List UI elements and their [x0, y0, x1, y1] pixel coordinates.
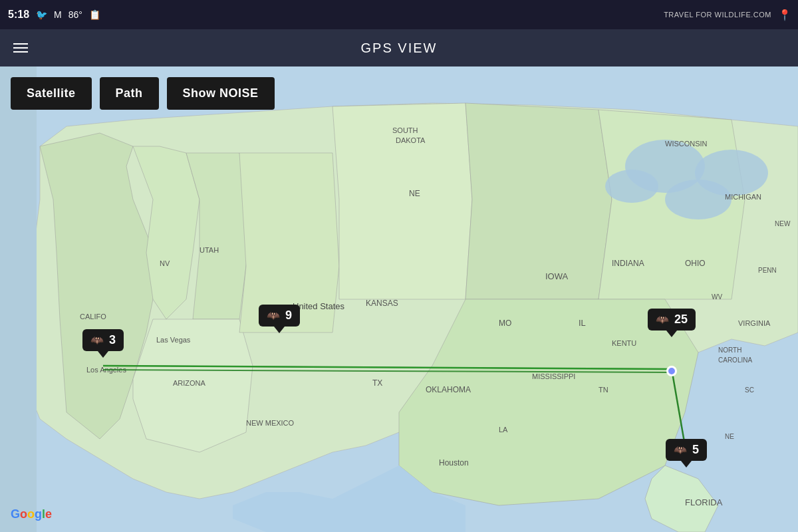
google-o2: o	[27, 507, 35, 521]
svg-text:TX: TX	[372, 378, 382, 388]
twitter-icon: 🐦	[36, 9, 47, 20]
hamburger-line-1	[13, 43, 28, 45]
svg-rect-5	[0, 66, 37, 532]
svg-text:IL: IL	[579, 318, 586, 328]
svg-text:NEW MEXICO: NEW MEXICO	[246, 419, 295, 427]
google-o1: o	[20, 507, 27, 521]
svg-text:CALIFO: CALIFO	[80, 313, 106, 321]
bat-icon-9: 🦇	[267, 309, 280, 322]
svg-text:Houston: Houston	[439, 458, 469, 467]
bat-marker-5[interactable]: 🦇 5	[666, 439, 707, 461]
svg-text:KANSAS: KANSAS	[366, 299, 398, 308]
status-left: 5:18 🐦 M 86° 📋	[8, 9, 100, 21]
show-noise-button[interactable]: Show NOISE	[167, 77, 275, 110]
status-time: 5:18	[8, 9, 29, 21]
bat-count-25: 25	[674, 313, 688, 327]
svg-text:SC: SC	[745, 386, 754, 394]
bat-marker-3[interactable]: 🦇 3	[82, 329, 124, 351]
svg-text:NE: NE	[725, 433, 734, 440]
bat-count-3: 3	[109, 333, 116, 347]
svg-text:FLORIDA: FLORIDA	[685, 497, 723, 507]
google-g: G	[11, 507, 20, 521]
svg-text:OHIO: OHIO	[685, 259, 706, 268]
svg-text:Las Vegas: Las Vegas	[156, 336, 191, 344]
app-title: GPS VIEW	[361, 41, 438, 56]
svg-text:NE: NE	[409, 189, 420, 198]
svg-text:UTAH: UTAH	[200, 246, 219, 254]
status-bar: 5:18 🐦 M 86° 📋 TRAVEL FOR WILDLIFE.COM 📍	[0, 0, 798, 29]
bat-count-9: 9	[285, 309, 292, 323]
svg-text:NEW: NEW	[775, 220, 791, 227]
svg-text:KENTU: KENTU	[612, 339, 636, 347]
bat-icon-3: 🦇	[90, 334, 104, 346]
svg-text:Los Angeles: Los Angeles	[86, 366, 126, 374]
watermark-text: TRAVEL FOR WILDLIFE.COM	[664, 11, 771, 19]
google-g2: g	[35, 507, 42, 521]
svg-text:CAROLINA: CAROLINA	[718, 356, 752, 364]
svg-text:United States: United States	[293, 301, 345, 311]
hamburger-menu[interactable]	[13, 43, 28, 53]
current-location-dot	[666, 366, 677, 376]
gmail-icon: M	[54, 9, 62, 20]
svg-point-3	[605, 170, 658, 203]
bat-marker-25[interactable]: 🦇 25	[648, 309, 696, 331]
bat-icon-25: 🦇	[656, 313, 669, 326]
hamburger-line-3	[13, 51, 28, 53]
location-status-icon: 📍	[778, 9, 791, 21]
path-button[interactable]: Path	[100, 77, 159, 110]
svg-text:MICHIGAN: MICHIGAN	[725, 193, 761, 201]
temperature: 86°	[68, 9, 82, 20]
svg-text:IOWA: IOWA	[545, 271, 569, 281]
map-background: CALIFO NV UTAH ARIZONA NEW MEXICO NE TX …	[0, 66, 798, 532]
svg-text:MO: MO	[499, 319, 511, 328]
map-controls: Satellite Path Show NOISE	[11, 77, 275, 110]
map-container[interactable]: CALIFO NV UTAH ARIZONA NEW MEXICO NE TX …	[0, 66, 798, 532]
bat-icon-5: 🦇	[674, 444, 687, 456]
app-bar: GPS VIEW	[0, 29, 798, 66]
svg-text:DAKOTA: DAKOTA	[396, 136, 426, 144]
satellite-button[interactable]: Satellite	[11, 77, 92, 110]
bat-marker-9[interactable]: 🦇 9	[259, 305, 300, 327]
svg-point-4	[695, 150, 768, 196]
svg-text:LA: LA	[499, 426, 508, 434]
svg-text:NORTH: NORTH	[718, 346, 741, 354]
svg-text:NV: NV	[160, 259, 170, 267]
bat-count-5: 5	[692, 443, 699, 457]
svg-text:WISCONSIN: WISCONSIN	[665, 140, 708, 148]
svg-text:VIRGINIA: VIRGINIA	[738, 319, 771, 327]
svg-text:MISSISSIPPI: MISSISSIPPI	[532, 372, 575, 380]
google-e: e	[45, 507, 52, 521]
google-watermark: Google	[11, 507, 52, 521]
hamburger-line-2	[13, 47, 28, 49]
svg-text:OKLAHOMA: OKLAHOMA	[426, 385, 471, 394]
svg-text:ARIZONA: ARIZONA	[173, 379, 206, 387]
svg-text:SOUTH: SOUTH	[392, 126, 418, 134]
svg-text:TN: TN	[598, 386, 608, 394]
notification-icon: 📋	[89, 9, 100, 20]
svg-text:WV: WV	[712, 293, 722, 301]
svg-text:PENN: PENN	[758, 267, 777, 274]
svg-text:INDIANA: INDIANA	[612, 259, 644, 268]
